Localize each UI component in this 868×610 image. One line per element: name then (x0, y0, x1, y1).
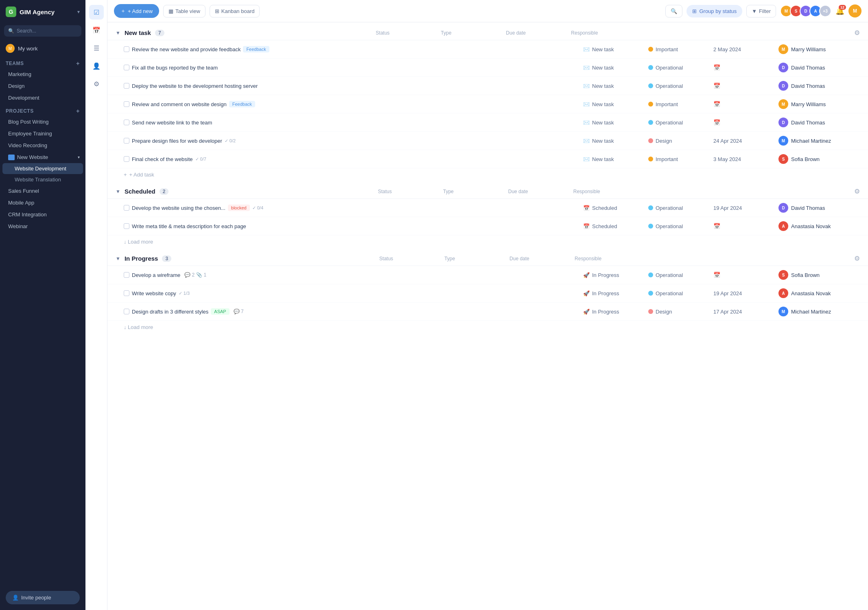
col-responsible-scheduled: Responsible (573, 189, 638, 194)
new-website-chevron: ▾ (78, 155, 80, 159)
task-checkbox[interactable] (124, 101, 129, 107)
task-name[interactable]: Prepare design files for web developer ✓… (124, 138, 583, 144)
task-name[interactable]: Write meta title & meta description for … (124, 223, 583, 229)
add-task-label: + Add task (129, 172, 154, 178)
add-task-icon: + (124, 172, 127, 178)
folder-icon (8, 155, 15, 160)
current-user-avatar[interactable]: M (848, 4, 861, 17)
group-settings-in-progress[interactable]: ⚙ (854, 255, 860, 262)
group-by-status-button[interactable]: ⊞ Group by status (687, 5, 742, 17)
search-bar[interactable]: 🔍 Search... (4, 25, 81, 37)
sidebar-item-webinar[interactable]: Webinar (0, 220, 85, 232)
notification-button[interactable]: 🔔 12 (835, 7, 844, 15)
task-responsible: D David Thomas (778, 118, 860, 127)
sidebar-item-design[interactable]: Design (0, 80, 85, 92)
table-row: Write meta title & meta description for … (107, 217, 868, 235)
task-name[interactable]: Review and comment on website design Fee… (124, 101, 583, 107)
comment-icon: 💬 7 (234, 309, 244, 314)
load-more-in-progress[interactable]: ↓ Load more (107, 321, 868, 333)
attach-icon: 📎 1 (196, 272, 206, 278)
task-checkbox[interactable] (124, 46, 129, 52)
task-checkbox[interactable] (124, 205, 129, 211)
add-icon: ＋ (120, 7, 126, 15)
task-name[interactable]: Deploy the website to the development ho… (124, 83, 583, 89)
responsible-avatar: D (778, 203, 788, 213)
sidebar-item-blog-post-writing[interactable]: Blog Post Writing (0, 116, 85, 128)
group-count-scheduled: 2 (160, 188, 169, 195)
new-website-label: New Website (17, 154, 48, 160)
group-chevron-scheduled[interactable]: ▼ (116, 189, 120, 194)
my-work-item[interactable]: M My work (0, 41, 85, 56)
invite-people-button[interactable]: 👤 Invite people (6, 591, 80, 604)
task-checkbox[interactable] (124, 65, 129, 70)
add-new-button[interactable]: ＋ + Add new (114, 4, 159, 18)
sidebar-item-sales-funnel[interactable]: Sales Funnel (0, 185, 85, 197)
responsible-avatar: M (778, 99, 788, 109)
group-chevron-in-progress[interactable]: ▼ (116, 256, 120, 261)
strip-tasks-icon[interactable]: ☑ (89, 5, 104, 20)
sidebar-item-marketing[interactable]: Marketing (0, 68, 85, 80)
table-view-button[interactable]: ▦ Table view (163, 5, 206, 17)
filter-button[interactable]: ▼ Filter (746, 5, 776, 17)
task-checkbox[interactable] (124, 309, 129, 314)
teams-list: Marketing Design Development (0, 68, 85, 104)
task-name[interactable]: Fix all the bugs reported by the team (124, 65, 583, 71)
task-responsible: M Marry Williams (778, 44, 860, 54)
sidebar-item-website-development[interactable]: Website Development (2, 163, 83, 174)
strip-person-icon[interactable]: 👤 (89, 59, 104, 73)
table-row: Deploy the website to the development ho… (107, 77, 868, 95)
task-checkbox[interactable] (124, 290, 129, 296)
task-name[interactable]: Develop the website using the chosen... … (124, 205, 583, 211)
app-dropdown-icon[interactable]: ▾ (77, 9, 80, 15)
task-name[interactable]: Develop a wireframe 💬 2 📎 1 (124, 272, 583, 278)
group-settings-new-task[interactable]: ⚙ (854, 29, 860, 37)
teams-add-icon[interactable]: + (76, 60, 80, 67)
task-name[interactable]: Final check of the website ✓ 0/7 (124, 156, 583, 162)
group-title-new-task: New task (125, 29, 151, 36)
task-checkbox[interactable] (124, 272, 129, 278)
task-responsible: M Michael Martinez (778, 136, 860, 146)
task-tag-blocked: blocked (228, 205, 250, 211)
group-settings-scheduled[interactable]: ⚙ (854, 187, 860, 195)
task-area: ▼ New task 7 Status Type Due date Respon… (107, 22, 868, 610)
sidebar-item-website-translation[interactable]: Website Translation (0, 174, 85, 185)
projects-add-icon[interactable]: + (76, 108, 80, 114)
group-chevron-new-task[interactable]: ▼ (116, 30, 120, 36)
task-name[interactable]: Review the new website and provide feedb… (124, 46, 583, 52)
search-button[interactable]: 🔍 (665, 5, 682, 17)
task-name[interactable]: Send new website link to the team (124, 120, 583, 126)
task-checkbox[interactable] (124, 138, 129, 144)
task-name[interactable]: Write website copy ✓ 1/3 (124, 290, 583, 296)
task-checkbox[interactable] (124, 223, 129, 229)
task-responsible: A Anastasia Novak (778, 288, 860, 298)
sidebar-item-employee-training[interactable]: Employee Training (0, 128, 85, 139)
kanban-board-button[interactable]: ⊞ Kanban board (210, 5, 260, 17)
sidebar-item-video-recording[interactable]: Video Recording (0, 139, 85, 151)
table-icon: ▦ (168, 8, 173, 14)
task-checkbox[interactable] (124, 156, 129, 162)
task-responsible: D David Thomas (778, 203, 860, 213)
task-tag-asap: ASAP (211, 308, 229, 315)
task-name[interactable]: Design drafts in 3 different styles ASAP… (124, 308, 583, 315)
task-checkbox[interactable] (124, 120, 129, 125)
type-dot (648, 272, 653, 277)
sidebar-item-crm-integration[interactable]: CRM Integration (0, 209, 85, 220)
table-view-label: Table view (175, 8, 200, 14)
strip-settings-icon[interactable]: ⚙ (89, 76, 104, 91)
sidebar-item-mobile-app[interactable]: Mobile App (0, 197, 85, 209)
new-website-project-header[interactable]: New Website ▾ (0, 151, 85, 163)
col-due-in-progress: Due date (509, 256, 566, 261)
sidebar-item-development[interactable]: Development (0, 92, 85, 104)
strip-list-icon[interactable]: ☰ (89, 41, 104, 55)
toolbar: ＋ + Add new ▦ Table view ⊞ Kanban board … (107, 0, 868, 22)
avatar-group: M S D A +3 (780, 5, 831, 17)
app-logo[interactable]: G GIM Agency ▾ (0, 0, 85, 24)
add-task-button-new-task[interactable]: + + Add task (107, 168, 868, 181)
responsible-avatar: D (778, 63, 788, 72)
task-checkbox[interactable] (124, 83, 129, 89)
strip-calendar-icon[interactable]: 📅 (89, 23, 104, 37)
type-dot (648, 224, 653, 229)
load-more-scheduled[interactable]: ↓ Load more (107, 235, 868, 248)
col-type-new-task: Type (441, 30, 498, 36)
group-in-progress: ▼ In Progress 3 Status Type Due date Res… (107, 248, 868, 333)
